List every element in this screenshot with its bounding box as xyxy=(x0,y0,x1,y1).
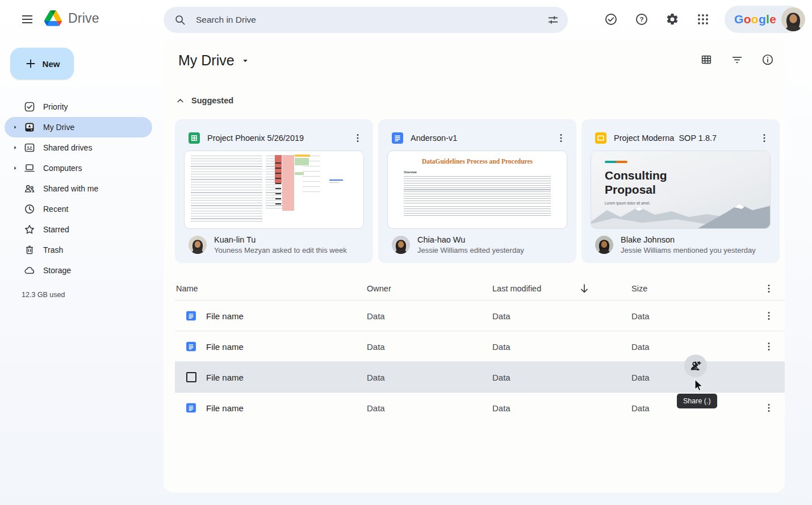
slides-file-icon xyxy=(595,132,606,144)
sidebar-item-recent[interactable]: Recent xyxy=(5,199,152,219)
card-menu-button[interactable] xyxy=(755,128,774,148)
file-owner: Data xyxy=(367,341,385,351)
file-modified: Data xyxy=(492,341,510,351)
sidebar-item-shared-drives[interactable]: Shared drives xyxy=(5,137,152,158)
file-size: Data xyxy=(631,372,650,382)
grid-view-button[interactable] xyxy=(695,48,718,71)
column-header-size[interactable]: Size xyxy=(631,284,647,293)
shared-with-me-icon xyxy=(24,183,35,194)
file-owner: Data xyxy=(367,372,385,382)
main-content: My Drive Suggested Project Phoenix 5/26/… xyxy=(164,39,785,493)
chevron-up-icon xyxy=(176,97,185,105)
sort-descending-icon[interactable] xyxy=(578,282,591,295)
hamburger-menu-button[interactable] xyxy=(16,8,39,31)
table-settings-button[interactable] xyxy=(757,277,780,300)
card-title: Anderson-v1 xyxy=(411,133,544,143)
search-input[interactable]: Search in Drive xyxy=(164,7,568,33)
avatar[interactable] xyxy=(781,7,805,31)
suggested-card[interactable]: Anderson-v1 DataGuidelines Process and P… xyxy=(378,119,576,263)
sidebar-item-my-drive[interactable]: My Drive xyxy=(5,117,152,137)
drive-logo[interactable]: Drive xyxy=(44,10,99,26)
sidebar-nav: Priority My Drive Shared drives Computer… xyxy=(0,97,164,281)
apps-grid-button[interactable] xyxy=(692,8,714,31)
sidebar-item-priority[interactable]: Priority xyxy=(5,97,152,117)
google-wordmark: Google xyxy=(734,12,776,26)
info-icon xyxy=(761,53,774,66)
page-title-dropdown[interactable]: My Drive xyxy=(178,52,250,69)
suggested-card[interactable]: Project Phoenix 5/26/2019 Kuan-li xyxy=(175,119,373,263)
card-menu-button[interactable] xyxy=(348,128,367,148)
more-vertical-icon xyxy=(763,341,775,352)
file-name: File name xyxy=(206,341,244,351)
card-thumbnail-slide[interactable]: Consulting Proposal Lorem ipsum dolor si… xyxy=(591,151,771,229)
more-vertical-icon xyxy=(763,402,775,414)
table-row[interactable]: File name Data Data Data xyxy=(175,301,785,331)
card-thumbnail-document[interactable]: DataGuidelines Process and Procedures Ov… xyxy=(387,151,567,229)
new-button[interactable]: New xyxy=(10,48,74,80)
view-controls xyxy=(695,48,779,71)
gear-icon xyxy=(665,12,679,26)
card-activity: Jessie Williams edited yesterday xyxy=(417,246,524,254)
docs-file-icon xyxy=(392,132,403,144)
row-menu-button[interactable] xyxy=(684,354,707,377)
computers-icon xyxy=(24,162,35,174)
file-owner: Data xyxy=(367,311,385,320)
card-owner: Chia-hao Wu xyxy=(417,235,524,244)
sidebar-item-starred[interactable]: Starred xyxy=(5,219,152,240)
filter-button[interactable] xyxy=(726,48,748,71)
help-button[interactable]: ? xyxy=(630,8,653,31)
suggested-card[interactable]: Project Moderna SOP 1.8.7 Consulting Pro… xyxy=(581,119,780,263)
suggested-toggle[interactable]: Suggested xyxy=(176,94,233,107)
account-pill[interactable]: Google xyxy=(725,6,803,33)
more-vertical-icon xyxy=(555,132,567,144)
slide-thumb-title: Consulting Proposal xyxy=(605,168,709,197)
search-options-button[interactable] xyxy=(542,9,564,31)
sidebar-item-shared-with-me[interactable]: Shared with me xyxy=(5,178,152,199)
table-header: Name Owner Last modified Size xyxy=(175,277,785,301)
sidebar-item-trash[interactable]: Trash xyxy=(5,240,152,260)
sheets-file-icon xyxy=(189,132,200,144)
topbar-actions: ? xyxy=(600,8,714,31)
apps-grid-icon xyxy=(696,12,710,26)
docs-file-icon xyxy=(186,341,196,351)
more-vertical-icon xyxy=(690,360,701,372)
sidebar-item-computers[interactable]: Computers xyxy=(5,158,152,178)
card-activity: Jessie Williams mentioned you yesterday xyxy=(621,246,756,254)
starred-icon xyxy=(24,224,35,235)
more-vertical-icon xyxy=(763,310,775,322)
product-name: Drive xyxy=(68,11,99,26)
tune-icon xyxy=(547,14,559,26)
grid-view-icon xyxy=(700,53,713,66)
row-checkbox[interactable] xyxy=(186,372,196,382)
expand-caret-icon[interactable] xyxy=(12,145,18,151)
file-name: File name xyxy=(206,311,244,320)
row-menu-button[interactable] xyxy=(757,397,780,419)
file-modified: Data xyxy=(492,372,510,382)
svg-text:?: ? xyxy=(639,16,643,23)
new-button-label: New xyxy=(43,59,60,69)
expand-caret-icon[interactable] xyxy=(12,124,18,130)
file-owner: Data xyxy=(367,403,385,413)
check-circle-icon xyxy=(604,12,618,26)
column-header-owner[interactable]: Owner xyxy=(367,284,391,293)
column-header-modified[interactable]: Last modified xyxy=(492,284,541,293)
sidebar: New Priority My Drive Shared drives Comp… xyxy=(0,39,164,505)
offline-status-button[interactable] xyxy=(600,8,622,31)
priority-icon xyxy=(24,101,35,112)
docs-file-icon xyxy=(186,311,196,320)
row-menu-button[interactable] xyxy=(757,304,780,327)
file-size: Data xyxy=(631,311,650,320)
trash-icon xyxy=(24,244,35,256)
card-menu-button[interactable] xyxy=(551,128,571,148)
table-row-hovered[interactable]: File name Data Data Data xyxy=(175,362,785,393)
file-name: File name xyxy=(206,403,244,413)
details-button[interactable] xyxy=(756,48,779,71)
settings-button[interactable] xyxy=(661,8,684,31)
shared-drives-icon xyxy=(24,142,35,153)
sidebar-item-storage[interactable]: Storage xyxy=(5,260,152,281)
card-thumbnail-spreadsheet[interactable] xyxy=(184,151,364,229)
expand-caret-icon[interactable] xyxy=(12,165,18,171)
column-header-name[interactable]: Name xyxy=(176,284,198,293)
row-menu-button[interactable] xyxy=(757,335,780,358)
search-icon xyxy=(174,14,186,26)
